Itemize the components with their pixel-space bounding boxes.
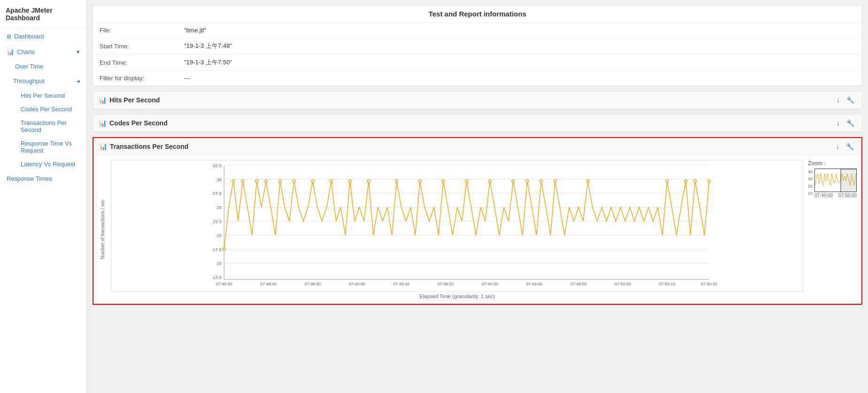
svg-point-48	[540, 180, 542, 183]
tps-chart-body: Number of transactions / sec	[93, 155, 861, 304]
sidebar-item-response-time-vs-request[interactable]: Response Time Vs Request	[0, 137, 86, 157]
codes-download-button[interactable]: ↓	[835, 118, 842, 128]
svg-text:27.5: 27.5	[213, 191, 222, 196]
svg-point-38	[330, 180, 333, 183]
hits-per-second-title: 📊 Hits Per Second	[99, 96, 160, 104]
svg-point-50	[587, 180, 589, 183]
zoom-y-40: 40	[808, 170, 813, 174]
codes-chart-icon: 📊	[99, 119, 107, 127]
zoom-y-30: 30	[808, 177, 813, 181]
svg-point-49	[554, 180, 557, 183]
svg-point-34	[264, 180, 267, 183]
svg-text:07:48:40: 07:48:40	[260, 282, 277, 286]
svg-point-45	[488, 180, 491, 183]
over-time-label: Over Time	[15, 63, 43, 70]
svg-text:20: 20	[217, 233, 222, 238]
svg-point-35	[279, 180, 281, 183]
svg-text:07:49:40: 07:49:40	[526, 282, 542, 286]
sidebar-item-latency-vs-request[interactable]: Latency Vs Request	[0, 157, 86, 171]
info-card-title: Test and Report informations	[93, 5, 862, 23]
info-row-file: File: "time.jtl"	[93, 23, 862, 38]
sidebar-item-response-times[interactable]: Response Times	[0, 171, 86, 186]
sidebar-item-codes-per-second[interactable]: Codes Per Second	[0, 102, 86, 116]
svg-rect-58	[841, 169, 857, 192]
tps-chart-svg: 32.5 30 27.5 25 22.5 20 17.5 15 12.5 0	[111, 160, 803, 292]
tps-zoom-panel: Zoom : 40 30 20 10	[808, 160, 855, 198]
codes-per-second-card: 📊 Codes Per Second ↓ 🔧	[93, 114, 862, 132]
codes-per-second-title: 📊 Codes Per Second	[99, 119, 168, 127]
svg-point-46	[512, 180, 515, 183]
svg-point-54	[708, 180, 711, 183]
tps-main-chart: Number of transactions / sec	[100, 160, 803, 299]
svg-text:07:49:30: 07:49:30	[482, 282, 498, 286]
tps-actions: ↓ 🔧	[834, 142, 856, 151]
codes-per-second-actions: ↓ 🔧	[835, 118, 856, 128]
svg-text:32.5: 32.5	[213, 163, 222, 168]
svg-text:07:49:00: 07:49:00	[349, 282, 365, 286]
svg-text:30: 30	[217, 177, 222, 182]
info-card: Test and Report informations File: "time…	[93, 5, 862, 86]
throughput-chevron-icon: ◂	[77, 77, 80, 85]
hits-per-second-card: 📊 Hits Per Second ↓ 🔧	[93, 91, 862, 109]
hits-per-second-header: 📊 Hits Per Second ↓ 🔧	[93, 92, 862, 109]
transactions-per-second-header: 📊 Transactions Per Second ↓ 🔧	[93, 138, 861, 155]
svg-point-37	[311, 180, 314, 183]
zoom-y-20: 20	[808, 184, 813, 189]
hits-per-second-label: Hits Per Second	[21, 92, 65, 99]
info-value-filter: ---	[178, 71, 862, 86]
svg-point-51	[666, 180, 668, 183]
svg-text:12.5: 12.5	[213, 275, 222, 280]
codes-per-second-label: Codes Per Second	[21, 106, 72, 113]
info-value-start-time: "19-1-3 上午7:48"	[178, 38, 862, 54]
charts-chevron-icon: ▾	[77, 48, 80, 55]
response-times-label: Response Times	[7, 175, 52, 182]
x-axis-label: Elapsed Time (granularity: 1 sec)	[111, 293, 803, 299]
svg-point-32	[241, 180, 244, 183]
tps-line	[224, 181, 709, 249]
response-time-vs-request-label: Response Time Vs Request	[21, 140, 72, 154]
zoom-time-end: 07:50:00	[838, 193, 857, 198]
info-label-filter: Filter for display:	[93, 71, 178, 86]
transactions-per-second-label: Transactions Per Second	[21, 119, 67, 133]
svg-text:07:50:10: 07:50:10	[659, 282, 675, 286]
tps-download-button[interactable]: ↓	[834, 142, 841, 151]
sidebar-item-dashboard[interactable]: ⊞ Dashboard	[0, 29, 86, 44]
sidebar-section-charts[interactable]: 📊 Charts ▾	[0, 44, 86, 60]
info-row-start-time: Start Time: "19-1-3 上午7:48"	[93, 38, 862, 54]
svg-text:07:49:10: 07:49:10	[393, 282, 410, 286]
chart-svg-wrapper: Number of transactions / sec	[100, 160, 803, 299]
sidebar-charts-label: Charts	[17, 48, 35, 55]
zoom-mini-chart[interactable]	[814, 169, 857, 192]
tps-settings-button[interactable]: 🔧	[844, 142, 856, 151]
svg-text:07:48:30: 07:48:30	[216, 282, 232, 286]
zoom-svg	[815, 169, 857, 192]
main-content: Test and Report informations File: "time…	[87, 0, 868, 393]
info-value-end-time: "19-1-3 上午7:50"	[178, 54, 862, 71]
svg-text:25: 25	[217, 205, 222, 210]
hits-per-second-actions: ↓ 🔧	[835, 95, 856, 105]
sidebar-item-over-time[interactable]: Over Time	[0, 60, 86, 73]
sidebar-item-transactions-per-second[interactable]: Transactions Per Second	[0, 116, 86, 137]
y-axis-label: Number of transactions / sec	[100, 200, 105, 259]
transactions-per-second-card: 📊 Transactions Per Second ↓ 🔧 Number of …	[93, 137, 862, 305]
svg-text:15: 15	[217, 261, 222, 266]
zoom-mini-wrapper: 07:49:00 07:50:00	[814, 169, 857, 198]
svg-text:07:50:20: 07:50:20	[701, 282, 717, 286]
sidebar-item-hits-per-second[interactable]: Hits Per Second	[0, 89, 86, 102]
svg-point-44	[465, 180, 468, 183]
sidebar-section-throughput[interactable]: Throughput ◂	[0, 73, 86, 89]
info-value-file: "time.jtl"	[178, 23, 862, 38]
svg-point-31	[232, 180, 235, 183]
svg-text:17.5: 17.5	[213, 247, 222, 252]
zoom-mini-times: 07:49:00 07:50:00	[814, 193, 857, 198]
hits-settings-button[interactable]: 🔧	[845, 95, 856, 105]
tps-chart-icon: 📊	[99, 143, 107, 150]
svg-text:07:49:50: 07:49:50	[570, 282, 587, 286]
svg-point-36	[293, 180, 295, 183]
svg-point-43	[442, 180, 445, 183]
hits-download-button[interactable]: ↓	[835, 95, 842, 105]
codes-settings-button[interactable]: 🔧	[845, 118, 856, 128]
svg-point-52	[684, 180, 687, 183]
svg-text:07:48:50: 07:48:50	[304, 282, 321, 286]
svg-text:07:49:20: 07:49:20	[437, 282, 454, 286]
